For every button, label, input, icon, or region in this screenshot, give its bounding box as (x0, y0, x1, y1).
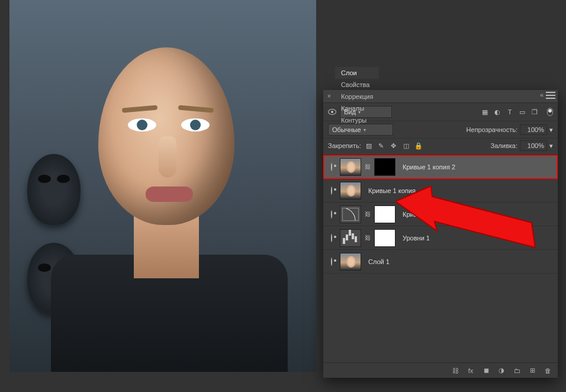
filter-toggle-switch[interactable] (547, 108, 553, 116)
layer-mask-link-icon[interactable]: ⛓ (365, 163, 371, 170)
layer-thumbnail[interactable] (340, 229, 361, 247)
filter-shape-icon[interactable]: ▭ (518, 108, 526, 116)
layer-mask-thumbnail[interactable] (374, 205, 395, 223)
layer-name[interactable]: Уровни 1 (399, 234, 430, 242)
filter-smart-icon[interactable]: ❐ (530, 108, 539, 116)
layer-row[interactable]: ⛓Кривые 1 копия 2 (323, 155, 558, 179)
tab-коррекция[interactable]: Коррекция (335, 91, 379, 102)
lock-label: Закрепить: (328, 142, 361, 149)
layer-mask-link-icon[interactable]: ⛓ (365, 211, 371, 217)
tab-слои[interactable]: Слои (335, 67, 379, 79)
chevron-down-icon[interactable]: ▾ (549, 126, 553, 134)
layer-row[interactable]: ⛓Уровни 1 (323, 226, 558, 250)
footer-fx-icon[interactable]: fx (467, 367, 475, 374)
layer-list[interactable]: ⛓Кривые 1 копия 2Кривые 1 копия⛓Кривые 1… (323, 155, 558, 362)
footer-adjustment-icon[interactable]: ◑ (497, 367, 506, 374)
layer-mask-link-icon[interactable]: ⛓ (365, 234, 371, 241)
canvas-area[interactable] (9, 0, 316, 372)
opacity-input[interactable]: 100% (520, 124, 547, 135)
fill-value: 100% (528, 142, 544, 149)
fill-label: Заливка: (491, 142, 517, 149)
opacity-label: Непрозрачность: (467, 126, 517, 133)
collapse-icon[interactable]: « (540, 91, 544, 98)
layer-thumbnail[interactable] (340, 253, 361, 271)
chevron-down-icon: ▾ (364, 127, 366, 133)
layer-name[interactable]: Слой 1 (365, 258, 390, 265)
layer-thumbnail[interactable] (340, 205, 361, 223)
chevron-down-icon[interactable]: ▾ (549, 142, 553, 150)
tab-контуры[interactable]: Контуры (335, 114, 379, 126)
filter-type-icons: ▦◐T▭❐ (481, 108, 539, 116)
canvas-illustration (146, 187, 193, 202)
visibility-toggle-icon[interactable] (327, 211, 336, 218)
panel-footer: ⛓fx◼◑🗀⊞🗑 (323, 362, 558, 378)
visibility-toggle-icon[interactable] (327, 258, 336, 265)
layer-row[interactable]: ⛓Кривые 1 (323, 203, 558, 226)
filter-adjust-icon[interactable]: ◐ (493, 108, 501, 116)
layer-name[interactable]: Кривые 1 (399, 211, 431, 218)
lock-pixels-icon[interactable]: ▨ (365, 142, 373, 150)
canvas-illustration (128, 118, 156, 131)
layer-mask-thumbnail[interactable] (374, 158, 395, 176)
layer-thumbnail[interactable] (340, 158, 361, 176)
footer-new-icon[interactable]: ⊞ (528, 367, 536, 374)
lock-brush-icon[interactable]: ✎ (377, 142, 385, 150)
lock-icons: ▨✎✥◫🔒 (365, 142, 423, 150)
footer-group-icon[interactable]: 🗀 (513, 367, 521, 374)
layer-row[interactable]: Кривые 1 копия (323, 179, 558, 203)
visibility-toggle-icon[interactable] (327, 163, 336, 171)
lock-fill-row: Закрепить: ▨✎✥◫🔒 Заливка: 100% ▾ (323, 139, 558, 155)
panel-menu-icon[interactable] (546, 92, 555, 100)
opacity-value: 100% (528, 126, 544, 133)
footer-mask-icon[interactable]: ◼ (482, 367, 490, 374)
visibility-toggle-icon[interactable] (327, 187, 336, 194)
canvas-illustration (159, 136, 176, 178)
panel-header: × СлоиСвойстваКоррекцияКаналыКонтуры « (323, 90, 558, 103)
panel-tabs: СлоиСвойстваКоррекцияКаналыКонтуры (335, 67, 379, 126)
tab-каналы[interactable]: Каналы (335, 102, 379, 114)
tab-свойства[interactable]: Свойства (335, 79, 379, 91)
canvas-illustration (27, 154, 81, 225)
lock-artboard-icon[interactable]: ◫ (402, 142, 410, 150)
layer-name[interactable]: Кривые 1 копия (365, 187, 416, 194)
lock-move-icon[interactable]: ✥ (390, 142, 398, 150)
close-icon[interactable]: × (323, 93, 335, 99)
visibility-toggle-icon[interactable] (327, 234, 336, 242)
layer-thumbnail[interactable] (340, 182, 361, 200)
canvas-illustration (181, 118, 210, 131)
lock-all-icon[interactable]: 🔒 (414, 142, 423, 150)
search-icon[interactable] (328, 109, 336, 115)
footer-link-icon[interactable]: ⛓ (451, 367, 459, 374)
layer-row[interactable]: Слой 1 (323, 250, 558, 274)
fill-input[interactable]: 100% (520, 140, 547, 151)
filter-image-icon[interactable]: ▦ (481, 108, 489, 116)
layer-mask-thumbnail[interactable] (374, 229, 395, 247)
layers-panel: × СлоиСвойстваКоррекцияКаналыКонтуры « В… (323, 90, 558, 378)
blend-mode-value: Обычные (332, 126, 361, 133)
footer-trash-icon[interactable]: 🗑 (544, 367, 552, 374)
layer-name[interactable]: Кривые 1 копия 2 (399, 163, 455, 171)
filter-text-icon[interactable]: T (506, 108, 514, 115)
